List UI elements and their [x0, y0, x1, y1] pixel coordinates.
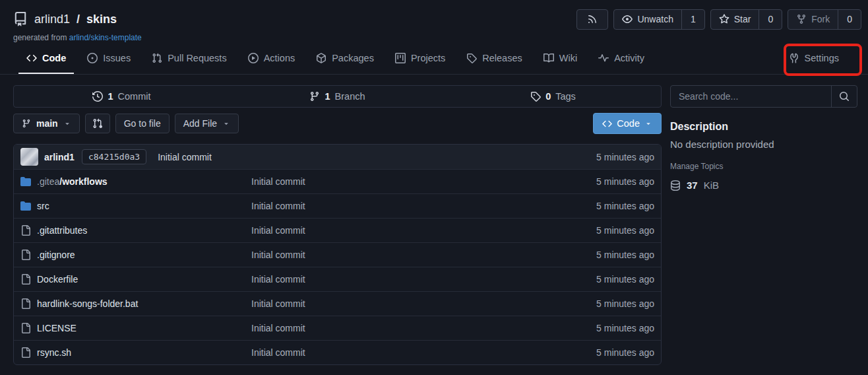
commit-message-link[interactable]: Initial commit	[158, 152, 212, 162]
file-link[interactable]: .gitignore	[37, 250, 75, 260]
commit-message-link[interactable]: Initial commit	[251, 201, 305, 211]
tab-code[interactable]: Code	[18, 49, 74, 74]
star-count[interactable]: 0	[759, 10, 782, 29]
commit-message-link[interactable]: Initial commit	[251, 176, 305, 187]
commit-message-link[interactable]: Initial commit	[251, 347, 305, 358]
eye-icon	[622, 14, 633, 24]
file-time: 5 minutes ago	[562, 176, 654, 187]
avatar[interactable]	[20, 148, 38, 166]
table-row: LICENSEInitial commit5 minutes ago	[14, 316, 661, 340]
watch-button-group: Unwatch 1	[613, 9, 704, 30]
commit-message-link[interactable]: Initial commit	[251, 250, 305, 260]
branches-stat[interactable]: 1Branch	[230, 91, 445, 102]
tags-stat[interactable]: 0Tags	[445, 91, 661, 102]
file-time: 5 minutes ago	[562, 274, 654, 285]
table-row: DockerfileInitial commit5 minutes ago	[14, 267, 661, 291]
repo-size-unit: KiB	[704, 180, 719, 191]
tab-releases[interactable]: Releases	[458, 49, 530, 74]
manage-topics-link[interactable]: Manage Topics	[670, 162, 724, 171]
code-search-box	[670, 85, 857, 108]
repo-title: arlind1 / skins	[13, 12, 117, 26]
file-icon	[20, 298, 31, 309]
commit-message-link[interactable]: Initial commit	[251, 274, 305, 285]
tab-issues[interactable]: Issues	[79, 49, 139, 74]
file-icon	[20, 225, 31, 236]
repo-size-value: 37	[687, 180, 698, 191]
file-icon	[20, 274, 31, 285]
tag-icon	[466, 53, 477, 63]
repo-separator: /	[77, 13, 80, 26]
compare-button[interactable]	[85, 114, 110, 133]
commit-hash-link[interactable]: c84215d0a3	[82, 149, 146, 164]
tab-packages[interactable]: Packages	[308, 49, 382, 74]
repo-header: arlind1 / skins Unwatch 1	[0, 0, 868, 75]
search-button[interactable]	[831, 86, 857, 107]
rss-button[interactable]	[576, 9, 608, 30]
file-time: 5 minutes ago	[562, 250, 654, 260]
tab-activity[interactable]: Activity	[590, 49, 652, 74]
code-icon	[26, 53, 37, 63]
fork-icon	[796, 14, 807, 24]
star-button-group: Star 0	[710, 9, 782, 30]
branch-icon	[22, 119, 31, 128]
file-link[interactable]: src	[37, 201, 49, 211]
unwatch-button[interactable]: Unwatch	[614, 10, 681, 29]
table-row: .gitignoreInitial commit5 minutes ago	[14, 242, 661, 267]
repo-stats-bar: 1Commit 1Branch 0Tags	[13, 85, 662, 108]
tab-pull-requests[interactable]: Pull Requests	[144, 49, 234, 74]
repo-name-link[interactable]: skins	[86, 13, 117, 26]
file-time: 5 minutes ago	[562, 347, 654, 358]
search-icon	[839, 91, 850, 102]
file-icon	[20, 347, 31, 358]
repo-main-column: 1Commit 1Branch 0Tags main	[13, 85, 662, 365]
commit-message-link[interactable]: Initial commit	[251, 323, 305, 333]
commit-author-link[interactable]: arlind1	[44, 152, 75, 162]
star-button[interactable]: Star	[711, 10, 759, 29]
file-link[interactable]: LICENSE	[37, 323, 77, 333]
search-input[interactable]	[671, 86, 831, 107]
file-link[interactable]: rsync.sh	[37, 347, 71, 358]
file-link[interactable]: hardlink-songs-folder.bat	[37, 298, 138, 309]
add-file-dropdown[interactable]: Add File	[175, 114, 239, 133]
commit-message-link[interactable]: Initial commit	[251, 225, 305, 236]
commit-time: 5 minutes ago	[596, 152, 654, 162]
chevron-down-icon	[644, 119, 652, 127]
tab-projects[interactable]: Projects	[387, 49, 453, 74]
branch-selector[interactable]: main	[13, 114, 80, 133]
git-compare-icon	[92, 118, 103, 129]
file-link[interactable]: .gitea/workflows	[37, 176, 108, 187]
file-link[interactable]: Dockerfile	[37, 274, 78, 285]
package-icon	[316, 53, 326, 63]
fork-count[interactable]: 0	[838, 10, 861, 29]
table-row: .gitattributesInitial commit5 minutes ag…	[14, 218, 661, 242]
file-table: arlind1 c84215d0a3 Initial commit 5 minu…	[13, 144, 662, 365]
tab-wiki[interactable]: Wiki	[536, 49, 585, 74]
commits-stat[interactable]: 1Commit	[14, 91, 230, 102]
go-to-file-button[interactable]: Go to file	[115, 114, 170, 133]
file-time: 5 minutes ago	[562, 225, 654, 236]
file-icon	[20, 250, 31, 260]
repo-toolbar: main Go to file Add File Code	[13, 113, 662, 134]
branch-icon	[309, 91, 320, 102]
folder-icon	[20, 176, 31, 187]
template-link[interactable]: arlind/skins-template	[69, 33, 142, 42]
project-board-icon	[395, 53, 406, 63]
code-download-button[interactable]: Code	[593, 113, 662, 134]
tag-icon	[530, 91, 541, 102]
repo-owner-link[interactable]: arlind1	[34, 13, 70, 26]
tab-actions[interactable]: Actions	[240, 49, 303, 74]
star-icon	[719, 14, 729, 24]
header-actions: Unwatch 1 Star 0 Fork 0	[576, 9, 861, 30]
fork-button[interactable]: Fork	[788, 10, 838, 29]
latest-commit-row: arlind1 c84215d0a3 Initial commit 5 minu…	[14, 145, 661, 169]
commit-message-link[interactable]: Initial commit	[251, 298, 305, 309]
rss-icon	[577, 10, 607, 29]
tab-settings[interactable]: Settings	[781, 49, 847, 74]
file-time: 5 minutes ago	[562, 323, 654, 333]
gitea-repo-page: arlind1 / skins Unwatch 1	[0, 0, 868, 375]
watch-count[interactable]: 1	[681, 10, 704, 29]
file-link[interactable]: .gitattributes	[37, 225, 87, 236]
file-time: 5 minutes ago	[562, 298, 654, 309]
generated-from: generated from arlind/skins-template	[13, 33, 861, 42]
book-icon	[543, 53, 554, 63]
